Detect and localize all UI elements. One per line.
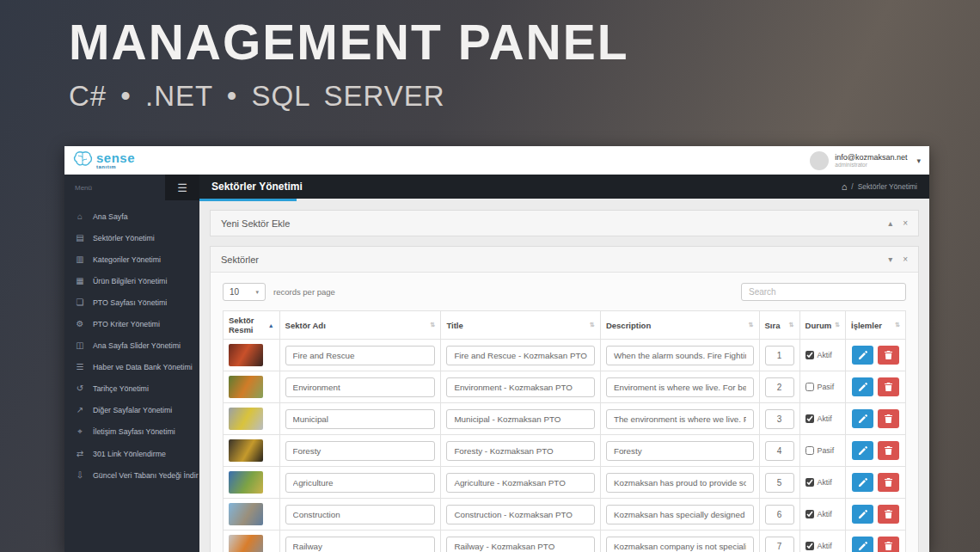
sector-name-input[interactable] [285, 409, 436, 429]
sidebar-item-ana-sayfa[interactable]: ⌂ Ana Sayfa [64, 205, 199, 227]
sidebar-item-kategoriler[interactable]: ▥ Kategoriler Yönetimi [64, 248, 199, 270]
status-checkbox[interactable] [805, 446, 814, 455]
delete-button[interactable] [878, 346, 899, 365]
home-icon[interactable]: ⌂ [842, 181, 848, 192]
status-checkbox[interactable] [805, 478, 814, 487]
col-header-sira[interactable]: Sıra⇅ [759, 311, 799, 340]
status-toggle[interactable]: Aktif [805, 414, 841, 423]
col-header-islemler[interactable]: İşlemler⇅ [846, 311, 906, 340]
sidebar-item-diger-sayfalar[interactable]: ↗ Diğer Sayfalar Yönetimi [64, 399, 199, 420]
sector-order-input[interactable] [765, 505, 794, 524]
page-size-select[interactable]: 10 ▾ [223, 283, 266, 301]
breadcrumb: ⌂ / Sektörler Yönetimi [842, 181, 929, 192]
delete-button[interactable] [878, 473, 899, 492]
edit-button[interactable] [852, 505, 873, 524]
logo[interactable]: sense tanıtım [73, 150, 135, 170]
col-header-sektor-resmi[interactable]: Sektör Resmi▲ [224, 311, 280, 340]
sector-name-input[interactable] [285, 377, 436, 397]
sector-name-input[interactable] [285, 537, 436, 552]
edit-button[interactable] [852, 473, 873, 492]
status-toggle[interactable]: Aktif [805, 510, 841, 518]
status-toggle[interactable]: Pasif [805, 383, 841, 391]
sidebar-toggle-button[interactable]: ☰ [165, 175, 199, 200]
collapse-icon[interactable]: ▴ [888, 219, 892, 228]
status-label: Pasif [818, 446, 835, 455]
delete-button[interactable] [878, 377, 899, 396]
col-header-title[interactable]: Title⇅ [441, 311, 601, 340]
col-header-durum[interactable]: Durum⇅ [799, 311, 846, 340]
sector-title-input[interactable] [446, 346, 595, 365]
sector-order-input[interactable] [765, 377, 794, 397]
sector-description-input[interactable] [606, 409, 754, 429]
sector-name-input[interactable] [285, 346, 436, 365]
sector-order-input[interactable] [765, 346, 794, 365]
status-checkbox[interactable] [805, 542, 814, 550]
delete-button[interactable] [878, 409, 899, 428]
sort-icon: ⇅ [431, 322, 436, 328]
status-checkbox[interactable] [805, 351, 814, 359]
sector-name-input[interactable] [285, 441, 436, 461]
delete-button[interactable] [878, 537, 899, 552]
edit-button[interactable] [852, 377, 873, 396]
edit-button[interactable] [852, 346, 873, 365]
sector-order-input[interactable] [765, 441, 794, 461]
col-header-sektor-adi[interactable]: Sektör Adı⇅ [279, 311, 441, 340]
table-row: Aktif [224, 340, 906, 371]
sidebar-item-tarihce[interactable]: ↺ Tarihçe Yönetimi [64, 377, 199, 399]
sector-order-input[interactable] [765, 537, 794, 552]
download-icon: ⇩ [75, 470, 85, 480]
sidebar-menu-label: Menü [64, 184, 92, 192]
sector-order-input[interactable] [765, 409, 794, 429]
collapse-icon[interactable]: ▾ [888, 255, 892, 264]
pencil-icon [859, 381, 867, 394]
status-toggle[interactable]: Aktif [805, 542, 841, 550]
sector-title-input[interactable] [446, 409, 595, 429]
sidebar-item-iletisim[interactable]: ⌖ İletişim Sayfası Yönetimi [64, 420, 199, 443]
user-menu[interactable]: info@kozmaksan.net administrator ▾ [810, 151, 921, 170]
status-checkbox[interactable] [805, 383, 814, 391]
admin-app-window: sense tanıtım info@kozmaksan.net adminis… [64, 146, 929, 552]
sector-name-input[interactable] [285, 505, 436, 524]
delete-button[interactable] [878, 441, 899, 460]
status-toggle[interactable]: Pasif [805, 446, 841, 455]
close-icon[interactable]: × [903, 255, 908, 264]
sector-title-input[interactable] [446, 505, 595, 524]
municipal-truck-photo [229, 408, 263, 430]
close-icon[interactable]: × [903, 219, 908, 228]
sector-title-input[interactable] [446, 473, 595, 493]
sidebar-item-urun-bilgileri[interactable]: ▦ Ürün Bilgileri Yönetimi [64, 270, 199, 291]
search-input[interactable] [741, 283, 906, 301]
delete-button[interactable] [878, 505, 899, 524]
sector-title-input[interactable] [446, 377, 595, 397]
sector-description-input[interactable] [606, 537, 754, 552]
sidebar-item-db-yedek[interactable]: ⇩ Güncel Veri Tabanı Yedeği İndir [64, 464, 199, 486]
edit-button[interactable] [852, 441, 873, 460]
construction-crane-photo [229, 503, 263, 525]
sector-title-input[interactable] [446, 537, 595, 552]
sidebar-item-pto-sayfasi[interactable]: ❏ PTO Sayfası Yönetimi [64, 291, 199, 313]
status-checkbox[interactable] [805, 414, 814, 423]
user-email: info@kozmaksan.net [835, 153, 907, 162]
status-checkbox[interactable] [805, 510, 814, 518]
sidebar-item-haber-databank[interactable]: ☰ Haber ve Data Bank Yönetimi [64, 356, 199, 377]
col-header-description[interactable]: Description⇅ [600, 311, 759, 340]
sector-description-input[interactable] [606, 473, 754, 493]
sector-name-input[interactable] [285, 473, 436, 493]
sector-order-input[interactable] [765, 473, 794, 493]
railway-truck-photo [229, 535, 263, 552]
sidebar-item-pto-kriter[interactable]: ⚙ PTO Kriter Yönetimi [64, 313, 199, 334]
breadcrumb-current: Sektörler Yönetimi [858, 182, 917, 191]
status-toggle[interactable]: Aktif [805, 478, 841, 487]
sector-description-input[interactable] [606, 441, 754, 461]
banner: MANAGEMENT PANEL C# • .NET • SQL SERVER [69, 12, 629, 113]
sidebar-item-sektorler[interactable]: ▤ Sektörler Yönetimi [64, 227, 199, 248]
sidebar-item-301-link[interactable]: ⇄ 301 Link Yönlendirme [64, 443, 199, 464]
status-toggle[interactable]: Aktif [805, 351, 841, 359]
sector-description-input[interactable] [606, 346, 754, 365]
sector-description-input[interactable] [606, 505, 754, 524]
edit-button[interactable] [852, 409, 873, 428]
sector-title-input[interactable] [446, 441, 595, 461]
sector-description-input[interactable] [606, 377, 754, 397]
sidebar-item-slider[interactable]: ◫ Ana Sayfa Slider Yönetimi [64, 334, 199, 356]
edit-button[interactable] [852, 537, 873, 552]
